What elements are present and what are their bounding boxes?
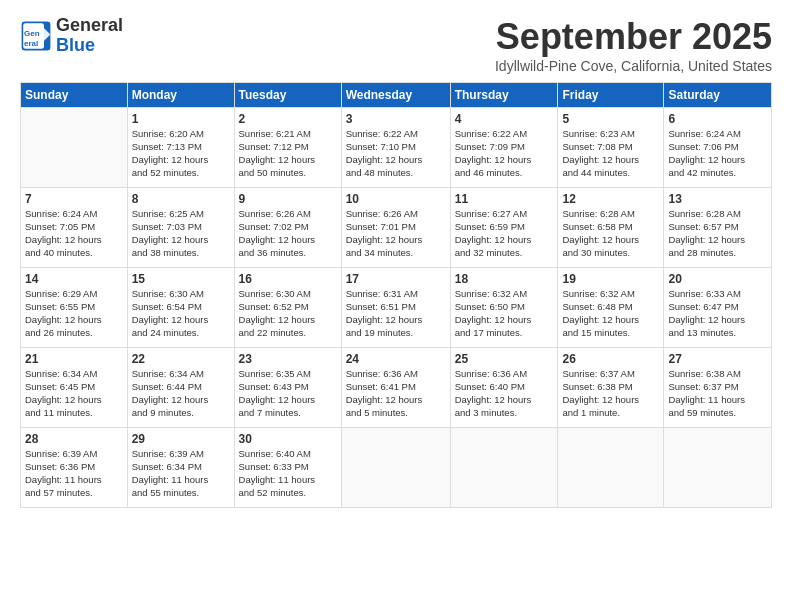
day-info-line: Daylight: 12 hours [562, 234, 659, 247]
day-cell: 9Sunrise: 6:26 AMSunset: 7:02 PMDaylight… [234, 188, 341, 268]
day-cell: 25Sunrise: 6:36 AMSunset: 6:40 PMDayligh… [450, 348, 558, 428]
day-info-line: Sunrise: 6:22 AM [346, 128, 446, 141]
day-number: 8 [132, 191, 230, 207]
day-info-line: and 44 minutes. [562, 167, 659, 180]
day-info-line: Sunset: 7:01 PM [346, 221, 446, 234]
day-info-line: Sunset: 7:06 PM [668, 141, 767, 154]
day-cell: 20Sunrise: 6:33 AMSunset: 6:47 PMDayligh… [664, 268, 772, 348]
calendar-body: 1Sunrise: 6:20 AMSunset: 7:13 PMDaylight… [21, 108, 772, 508]
logo-icon: Gen eral [20, 20, 52, 52]
header: Gen eral General Blue September 2025 Idy… [20, 16, 772, 74]
day-info-line: Daylight: 12 hours [455, 394, 554, 407]
day-info-line: Daylight: 12 hours [346, 314, 446, 327]
title-block: September 2025 Idyllwild-Pine Cove, Cali… [495, 16, 772, 74]
day-info-line: and 46 minutes. [455, 167, 554, 180]
day-info-line: Daylight: 12 hours [455, 234, 554, 247]
calendar-table: SundayMondayTuesdayWednesdayThursdayFrid… [20, 82, 772, 508]
day-info-line: Sunset: 6:48 PM [562, 301, 659, 314]
day-info-line: Sunrise: 6:39 AM [132, 448, 230, 461]
week-row-4: 28Sunrise: 6:39 AMSunset: 6:36 PMDayligh… [21, 428, 772, 508]
day-cell: 11Sunrise: 6:27 AMSunset: 6:59 PMDayligh… [450, 188, 558, 268]
day-info-line: and 24 minutes. [132, 327, 230, 340]
day-info-line: Daylight: 12 hours [25, 234, 123, 247]
day-info-line: and 57 minutes. [25, 487, 123, 500]
week-row-0: 1Sunrise: 6:20 AMSunset: 7:13 PMDaylight… [21, 108, 772, 188]
day-info-line: and 19 minutes. [346, 327, 446, 340]
day-info-line: Daylight: 12 hours [346, 154, 446, 167]
day-info-line: Sunrise: 6:36 AM [455, 368, 554, 381]
day-info-line: Sunset: 6:51 PM [346, 301, 446, 314]
day-info-line: Sunset: 6:40 PM [455, 381, 554, 394]
day-info-line: Sunset: 6:45 PM [25, 381, 123, 394]
day-info-line: and 15 minutes. [562, 327, 659, 340]
day-info-line: Sunset: 6:57 PM [668, 221, 767, 234]
day-info-line: Daylight: 11 hours [25, 474, 123, 487]
logo-line2: Blue [56, 36, 123, 56]
day-cell: 14Sunrise: 6:29 AMSunset: 6:55 PMDayligh… [21, 268, 128, 348]
day-info-line: Daylight: 12 hours [239, 314, 337, 327]
day-info-line: Sunrise: 6:24 AM [25, 208, 123, 221]
day-number: 15 [132, 271, 230, 287]
day-info-line: Daylight: 12 hours [562, 394, 659, 407]
day-info-line: Sunrise: 6:28 AM [668, 208, 767, 221]
day-cell: 10Sunrise: 6:26 AMSunset: 7:01 PMDayligh… [341, 188, 450, 268]
day-info-line: Sunrise: 6:30 AM [132, 288, 230, 301]
day-info-line: Sunset: 7:05 PM [25, 221, 123, 234]
day-cell: 13Sunrise: 6:28 AMSunset: 6:57 PMDayligh… [664, 188, 772, 268]
day-cell [21, 108, 128, 188]
weekday-thursday: Thursday [450, 83, 558, 108]
day-info-line: and 38 minutes. [132, 247, 230, 260]
day-info-line: Daylight: 11 hours [668, 394, 767, 407]
weekday-saturday: Saturday [664, 83, 772, 108]
day-cell [341, 428, 450, 508]
day-number: 28 [25, 431, 123, 447]
day-cell: 30Sunrise: 6:40 AMSunset: 6:33 PMDayligh… [234, 428, 341, 508]
day-info-line: and 28 minutes. [668, 247, 767, 260]
page: Gen eral General Blue September 2025 Idy… [0, 0, 792, 612]
day-cell: 4Sunrise: 6:22 AMSunset: 7:09 PMDaylight… [450, 108, 558, 188]
day-info-line: Sunrise: 6:22 AM [455, 128, 554, 141]
day-info-line: Sunrise: 6:32 AM [455, 288, 554, 301]
day-cell: 8Sunrise: 6:25 AMSunset: 7:03 PMDaylight… [127, 188, 234, 268]
day-info-line: Daylight: 12 hours [25, 314, 123, 327]
day-number: 29 [132, 431, 230, 447]
day-cell: 26Sunrise: 6:37 AMSunset: 6:38 PMDayligh… [558, 348, 664, 428]
day-info-line: Daylight: 12 hours [132, 154, 230, 167]
day-info-line: and 42 minutes. [668, 167, 767, 180]
day-number: 18 [455, 271, 554, 287]
day-info-line: Daylight: 12 hours [239, 394, 337, 407]
day-info-line: and 55 minutes. [132, 487, 230, 500]
day-info-line: Sunrise: 6:32 AM [562, 288, 659, 301]
day-number: 19 [562, 271, 659, 287]
day-info-line: and 22 minutes. [239, 327, 337, 340]
day-number: 23 [239, 351, 337, 367]
day-number: 24 [346, 351, 446, 367]
day-info-line: Daylight: 12 hours [346, 394, 446, 407]
day-number: 11 [455, 191, 554, 207]
day-info-line: and 34 minutes. [346, 247, 446, 260]
day-number: 12 [562, 191, 659, 207]
day-number: 22 [132, 351, 230, 367]
day-cell: 18Sunrise: 6:32 AMSunset: 6:50 PMDayligh… [450, 268, 558, 348]
day-info-line: Daylight: 12 hours [132, 234, 230, 247]
day-info-line: Sunset: 6:33 PM [239, 461, 337, 474]
day-cell: 16Sunrise: 6:30 AMSunset: 6:52 PMDayligh… [234, 268, 341, 348]
svg-text:Gen: Gen [24, 29, 40, 38]
svg-text:eral: eral [24, 38, 38, 47]
weekday-monday: Monday [127, 83, 234, 108]
day-info-line: Sunset: 6:37 PM [668, 381, 767, 394]
day-cell: 15Sunrise: 6:30 AMSunset: 6:54 PMDayligh… [127, 268, 234, 348]
day-cell: 12Sunrise: 6:28 AMSunset: 6:58 PMDayligh… [558, 188, 664, 268]
week-row-2: 14Sunrise: 6:29 AMSunset: 6:55 PMDayligh… [21, 268, 772, 348]
day-info-line: Daylight: 12 hours [562, 154, 659, 167]
day-cell: 27Sunrise: 6:38 AMSunset: 6:37 PMDayligh… [664, 348, 772, 428]
day-info-line: Sunrise: 6:23 AM [562, 128, 659, 141]
location: Idyllwild-Pine Cove, California, United … [495, 58, 772, 74]
day-number: 20 [668, 271, 767, 287]
day-info-line: Daylight: 12 hours [239, 234, 337, 247]
day-info-line: and 11 minutes. [25, 407, 123, 420]
day-info-line: and 59 minutes. [668, 407, 767, 420]
day-info-line: Daylight: 12 hours [562, 314, 659, 327]
day-info-line: and 48 minutes. [346, 167, 446, 180]
day-cell [558, 428, 664, 508]
